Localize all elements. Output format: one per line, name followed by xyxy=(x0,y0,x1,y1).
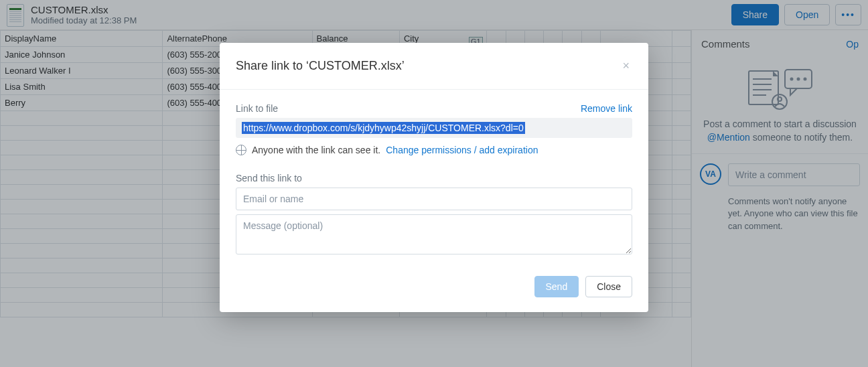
share-url-field[interactable]: https://www.dropbox.com/s/kjdyhywp42shyj… xyxy=(236,118,632,138)
close-button[interactable]: Close xyxy=(585,276,632,297)
modal-title: Share link to ‘CUSTOMER.xlsx’ xyxy=(236,59,405,73)
message-input[interactable] xyxy=(236,214,632,254)
share-link-modal: Share link to ‘CUSTOMER.xlsx’ × Link to … xyxy=(220,43,648,312)
send-link-label: Send this link to xyxy=(236,173,302,184)
change-permissions-link[interactable]: Change permissions / add expiration xyxy=(386,145,538,155)
remove-link[interactable]: Remove link xyxy=(581,103,632,114)
recipient-input[interactable] xyxy=(236,188,632,210)
permission-text: Anyone with the link can see it. xyxy=(252,145,380,155)
globe-icon xyxy=(236,145,246,155)
close-icon[interactable]: × xyxy=(620,56,632,76)
link-to-file-label: Link to file xyxy=(236,103,278,114)
send-button[interactable]: Send xyxy=(534,276,579,297)
